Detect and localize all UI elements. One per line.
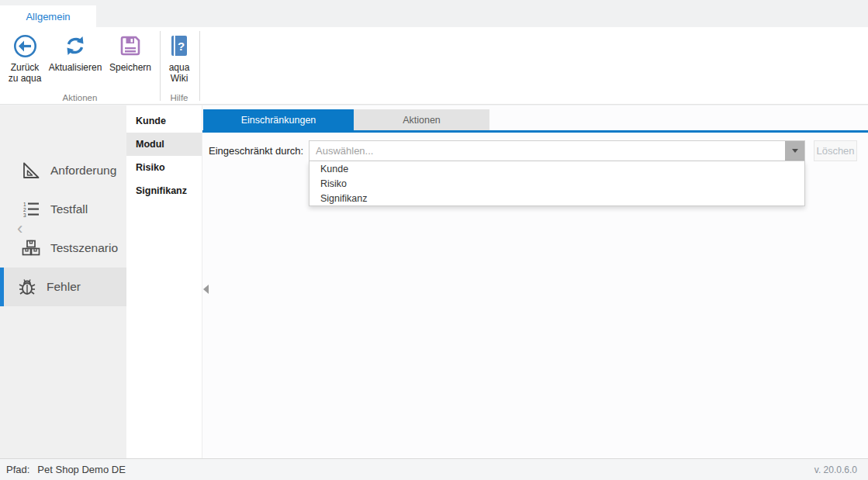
status-bar: Pfad: Pet Shop Demo DE v. 20.0.6.0 (0, 458, 868, 480)
sidebar-item-testfall[interactable]: 1 2 3 Testfall (0, 190, 126, 229)
main-content: Einschränkungen Aktionen Eingeschränkt d… (202, 105, 868, 458)
wiki-book-question-icon: ? (169, 32, 189, 60)
ribbon-group-separator (160, 31, 161, 101)
back-to-aqua-button[interactable]: Zurück zu aqua (5, 32, 45, 84)
restricted-by-input[interactable] (310, 141, 785, 161)
restricted-by-label: Eingeschränkt durch: (209, 145, 303, 157)
list-item-modul[interactable]: Modul (126, 133, 202, 156)
stacked-boxes-icon (21, 238, 41, 258)
requirement-set-square-icon (21, 161, 41, 181)
list-item-signifikanz[interactable]: Signifikanz (126, 179, 202, 202)
combobox-dropdown-list: Kunde Risiko Signifikanz (309, 161, 805, 206)
panel-collapse-arrow-icon[interactable] (203, 285, 209, 294)
svg-text:?: ? (178, 40, 185, 53)
save-floppy-icon (119, 32, 142, 60)
active-tab-underline (202, 130, 868, 133)
sidebar-item-label: Anforderung (50, 164, 116, 178)
sidebar: ‹ Anforderung 1 2 3 Testfall (0, 105, 126, 458)
tab-allgemein[interactable]: Allgemein (0, 5, 96, 27)
svg-text:2: 2 (23, 207, 26, 212)
ribbon-group-separator (199, 31, 200, 101)
sidebar-item-testszenario[interactable]: Testszenario (0, 229, 126, 268)
chevron-down-icon (792, 149, 798, 153)
dropdown-option-risiko[interactable]: Risiko (310, 176, 804, 191)
sidebar-item-label: Testfall (50, 202, 88, 216)
sidebar-item-label: Fehler (47, 280, 81, 294)
ribbon-group-label-help: Hilfe (161, 93, 197, 102)
refresh-icon (63, 32, 88, 60)
tab-allgemein-label: Allgemein (26, 11, 70, 22)
ribbon-group-label-actions: Aktionen (23, 93, 137, 102)
back-button-label-line1: Zurück (11, 62, 40, 73)
bug-icon (17, 277, 37, 297)
numbered-list-icon: 1 2 3 (21, 199, 41, 219)
aqua-wiki-button[interactable]: ? aqua Wiki (161, 32, 197, 84)
back-button-label-line2: zu aqua (9, 73, 42, 84)
wiki-button-label-line2: Wiki (171, 73, 188, 84)
dropdown-option-signifikanz[interactable]: Signifikanz (310, 191, 804, 205)
refresh-button-label: Aktualisieren (49, 62, 102, 73)
sidebar-item-label: Testszenario (50, 241, 118, 255)
sidebar-item-anforderung[interactable]: Anforderung (0, 151, 126, 190)
tab-aktionen-label: Aktionen (403, 115, 441, 126)
tab-einschraenkungen-label: Einschränkungen (241, 115, 316, 126)
restriction-type-list: Kunde Modul Risiko Signifikanz (126, 105, 202, 458)
dropdown-option-kunde[interactable]: Kunde (310, 161, 804, 176)
save-button-label: Speichern (109, 62, 151, 73)
refresh-button[interactable]: Aktualisieren (45, 32, 105, 73)
restricted-by-combobox[interactable] (309, 140, 805, 161)
ribbon-tab-row: Allgemein (0, 0, 868, 27)
version-label: v. 20.0.6.0 (814, 464, 857, 475)
tab-einschraenkungen[interactable]: Einschränkungen (203, 109, 354, 130)
delete-button[interactable]: Löschen (814, 140, 857, 161)
combobox-dropdown-button[interactable] (785, 141, 804, 161)
path-label: Pfad: (6, 464, 29, 475)
svg-text:3: 3 (23, 212, 26, 218)
ribbon: Zurück zu aqua Aktualisieren Speichern (0, 27, 868, 105)
sidebar-item-fehler[interactable]: Fehler (0, 268, 126, 306)
list-item-risiko[interactable]: Risiko (126, 156, 202, 179)
list-item-kunde[interactable]: Kunde (126, 109, 202, 133)
path-value: Pet Shop Demo DE (37, 464, 125, 475)
tab-aktionen[interactable]: Aktionen (354, 109, 489, 130)
svg-text:1: 1 (23, 202, 26, 207)
wiki-button-label-line1: aqua (169, 62, 190, 73)
save-button[interactable]: Speichern (105, 32, 155, 73)
back-arrow-icon (13, 32, 37, 60)
